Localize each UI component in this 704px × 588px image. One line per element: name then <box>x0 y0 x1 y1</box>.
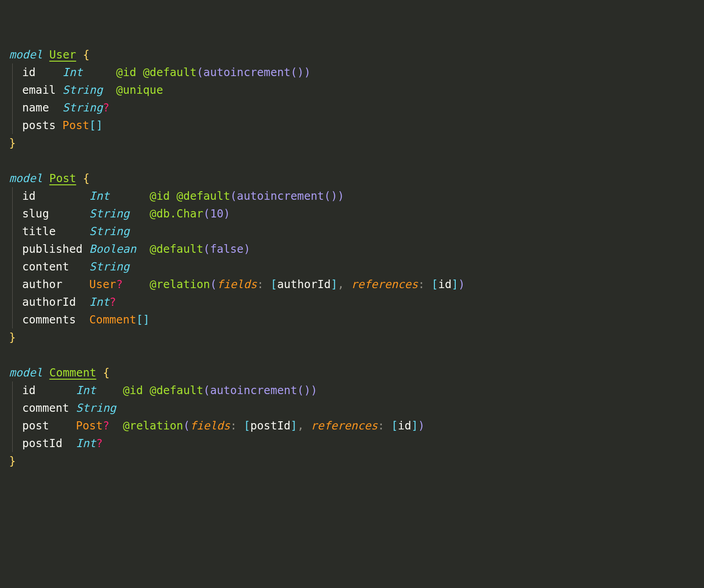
bracket-open: [ <box>244 419 251 432</box>
bracket-open: [ <box>431 278 438 291</box>
bracket-close: ] <box>331 278 338 291</box>
bracket-open: [ <box>270 278 277 291</box>
type-string: String <box>63 101 103 114</box>
model-name-user: User <box>49 48 76 61</box>
paren-close: ) <box>223 207 230 220</box>
literal-10: 10 <box>210 207 224 220</box>
arg-references: references <box>351 278 418 291</box>
paren-open: ( <box>230 189 237 202</box>
attr-default: @default <box>149 242 203 255</box>
attr-id-default: @id @default <box>123 384 203 397</box>
attr-id-default: @id @default <box>116 66 197 79</box>
fn-autoincrement: autoincrement() <box>237 189 338 202</box>
ref-postid: postId <box>251 419 291 432</box>
literal-false: false <box>210 242 244 255</box>
array-open: [ <box>89 119 96 132</box>
post-body: id Int @id @default(autoincrement()) slu… <box>12 187 465 328</box>
bracket-close: ] <box>290 419 297 432</box>
paren-open: ( <box>183 419 190 432</box>
optional-marker: ? <box>103 101 110 114</box>
comma: , <box>338 278 344 291</box>
paren-open: ( <box>203 384 210 397</box>
ref-id: id <box>398 419 411 432</box>
brace-close: } <box>9 331 16 344</box>
type-boolean: Boolean <box>89 242 136 255</box>
field-postid: postId <box>22 437 63 450</box>
bracket-open: [ <box>391 419 398 432</box>
field-email: email <box>22 83 56 96</box>
type-string: String <box>89 225 130 238</box>
arg-fields: fields <box>217 278 257 291</box>
brace-open: { <box>83 172 90 185</box>
field-content: content <box>22 260 69 273</box>
paren-open: ( <box>203 242 210 255</box>
type-user-ref: User <box>89 278 116 291</box>
field-name: name <box>22 101 49 114</box>
model-name-post: Post <box>49 172 76 185</box>
keyword-model: model <box>9 366 43 379</box>
model-name-comment: Comment <box>49 366 96 379</box>
keyword-model: model <box>9 48 43 61</box>
colon: : <box>418 278 425 291</box>
ref-id: id <box>438 278 452 291</box>
type-int: Int <box>89 295 109 308</box>
brace-close: } <box>9 454 16 468</box>
type-comment-ref: Comment <box>89 313 136 326</box>
brace-close: } <box>9 136 16 149</box>
attr-relation: @relation <box>149 278 210 291</box>
paren-close: ) <box>418 419 425 432</box>
type-int: Int <box>63 66 82 79</box>
type-post-ref: Post <box>63 119 89 132</box>
field-posts: posts <box>22 119 56 132</box>
paren-close: ) <box>311 384 318 397</box>
colon: : <box>257 278 264 291</box>
attr-relation: @relation <box>123 419 183 432</box>
array-close: ] <box>143 313 150 326</box>
field-author: author <box>22 278 63 291</box>
type-int: Int <box>76 437 96 450</box>
comment-body: id Int @id @default(autoincrement()) com… <box>12 381 425 452</box>
paren-open: ( <box>210 278 217 291</box>
fn-autoincrement: autoincrement() <box>203 66 304 79</box>
attr-id-default: @id @default <box>149 189 230 202</box>
bracket-close: ] <box>452 278 458 291</box>
user-body: id Int @id @default(autoincrement()) ema… <box>12 63 311 134</box>
brace-open: { <box>103 366 110 379</box>
optional-marker: ? <box>116 278 123 291</box>
array-close: ] <box>96 119 103 132</box>
field-title: title <box>22 225 56 238</box>
optional-marker: ? <box>96 437 103 450</box>
array-open: [ <box>136 313 143 326</box>
brace-open: { <box>83 48 90 61</box>
keyword-model: model <box>9 172 43 185</box>
paren-open: ( <box>197 66 203 79</box>
type-string: String <box>63 83 103 96</box>
attr-db-char: @db.Char <box>149 207 203 220</box>
bracket-close: ] <box>411 419 418 432</box>
paren-close: ) <box>338 189 344 202</box>
code-block: model User { id Int @id @default(autoinc… <box>9 46 695 470</box>
paren-close: ) <box>458 278 465 291</box>
field-id: id <box>22 66 36 79</box>
arg-references: references <box>311 419 378 432</box>
attr-unique: @unique <box>116 83 163 96</box>
arg-fields: fields <box>190 419 230 432</box>
type-post-ref: Post <box>76 419 102 432</box>
type-string: String <box>89 260 130 273</box>
field-comment: comment <box>22 401 69 414</box>
ref-authorid: authorId <box>277 278 331 291</box>
field-comments: comments <box>22 313 76 326</box>
colon: : <box>230 419 237 432</box>
field-post: post <box>22 419 49 432</box>
field-published: published <box>22 242 82 255</box>
type-int: Int <box>89 189 109 202</box>
field-authorid: authorId <box>22 295 76 308</box>
comma: , <box>297 419 304 432</box>
type-int: Int <box>76 384 96 397</box>
optional-marker: ? <box>110 295 116 308</box>
paren-open: ( <box>203 207 210 220</box>
type-string: String <box>76 401 116 414</box>
type-string: String <box>89 207 130 220</box>
field-id: id <box>22 189 36 202</box>
paren-close: ) <box>244 242 251 255</box>
